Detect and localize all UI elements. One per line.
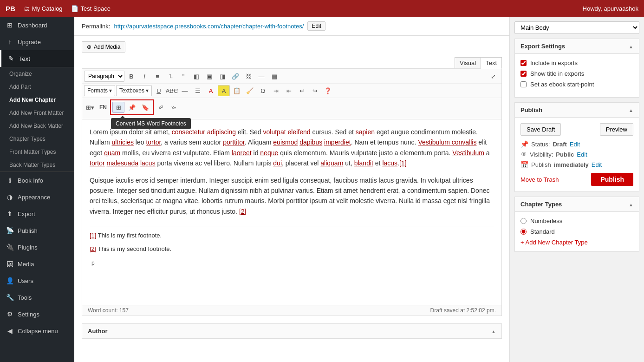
publish-button[interactable]: Publish [591, 173, 633, 186]
move-to-trash-link[interactable]: Move to Trash [520, 176, 559, 183]
fullscreen-button[interactable]: ⤢ [487, 71, 500, 82]
paste-button[interactable]: 📋 [231, 85, 243, 96]
superscript-button[interactable]: x² [155, 102, 167, 113]
sidebar-item-publish[interactable]: 📡 Publish [0, 222, 74, 239]
chapter-types-header: Chapter Types [515, 197, 639, 212]
set-ebook-label: Set as ebook start-point [530, 81, 594, 88]
clear-format-button[interactable]: 🧹 [244, 85, 256, 96]
add-media-button[interactable]: ⊕ Add Media [82, 41, 125, 53]
sidebar-item-appearance[interactable]: ◑ Appearance [0, 189, 74, 205]
standard-radio[interactable] [520, 229, 527, 235]
link-button[interactable]: 🔗 [229, 71, 241, 82]
convert-msword-grid-button[interactable]: ⊞ [112, 102, 124, 113]
paragraph-select[interactable]: Paragraph [84, 71, 124, 82]
save-draft-button[interactable]: Save Draft [520, 123, 561, 136]
table-insert-button[interactable]: ⊞▾ [84, 102, 96, 113]
textboxes-dropdown[interactable]: Textboxes ▾ [116, 85, 152, 96]
export-icon: ⬆ [6, 210, 14, 217]
sidebar-item-dashboard[interactable]: ⊞ Dashboard [0, 17, 74, 33]
sidebar-subitem-add-new-front-matter[interactable]: Add New Front Matter [0, 106, 74, 119]
sidebar-item-export[interactable]: ⬆ Export [0, 205, 74, 222]
permalink-url[interactable]: http://apurvatestspace.pressbooks.com/ch… [114, 23, 304, 30]
author-section-header[interactable]: Author [82, 324, 501, 339]
sidebar-item-tools[interactable]: 🔧 Tools [0, 289, 74, 306]
highlight-button[interactable]: A [218, 85, 230, 96]
table-button[interactable]: ▦ [268, 71, 280, 82]
standard-label: Standard [530, 228, 555, 235]
show-title-checkbox[interactable] [520, 71, 527, 77]
strikethrough-button[interactable]: ABC [166, 85, 178, 96]
dash-button[interactable]: — [179, 85, 191, 96]
font-color-button[interactable]: A [205, 85, 217, 96]
add-chapter-type-link[interactable]: + Add New Chapter Type [520, 239, 588, 246]
sidebar-subitem-add-new-chapter[interactable]: Add New Chapter [0, 93, 74, 106]
footnote-1-ref[interactable]: [1] [90, 232, 96, 239]
bold-button[interactable]: B [125, 71, 137, 82]
justify-button[interactable]: ☰ [192, 85, 204, 96]
status-edit-link[interactable]: Edit [570, 141, 580, 148]
footnote-2-ref[interactable]: [2] [90, 245, 96, 252]
preview-button[interactable]: Preview [600, 123, 633, 136]
italic-button[interactable]: I [138, 71, 150, 82]
editor-area: ⊕ Add Media Visual Text Paragraph B [74, 36, 509, 345]
sidebar-subitem-add-part[interactable]: Add Part [0, 80, 74, 93]
topbar-logo[interactable]: PB [6, 5, 15, 13]
author-section-label: Author [88, 328, 108, 335]
formats-chevron-icon: ▾ [109, 87, 112, 94]
permalink-edit-button[interactable]: Edit [307, 21, 325, 31]
topbar-catalog[interactable]: 🗂 My Catalog [24, 5, 63, 12]
numbered-list-button[interactable]: ⒈ [164, 71, 176, 82]
help-button[interactable]: ❓ [322, 85, 334, 96]
sidebar-subitem-chapter-types[interactable]: Chapter Types [0, 132, 74, 145]
sidebar-item-plugins[interactable]: 🔌 Plugins [0, 239, 74, 256]
fn-button[interactable]: FN [97, 102, 109, 113]
publish-time-edit-link[interactable]: Edit [592, 161, 602, 168]
sidebar-subitem-organize[interactable]: Organize [0, 67, 74, 80]
align-right-button[interactable]: ◨ [216, 71, 228, 82]
tab-text[interactable]: Text [481, 57, 502, 69]
tab-visual[interactable]: Visual [455, 57, 481, 68]
sidebar-item-users[interactable]: 👤 Users [0, 272, 74, 289]
sidebar-subitem-add-new-back-matter[interactable]: Add New Back Matter [0, 119, 74, 132]
visibility-edit-link[interactable]: Edit [577, 151, 587, 158]
standard-row: Standard [520, 228, 633, 235]
unlink-button[interactable]: ⛓ [242, 71, 254, 82]
visibility-label: Visibility: [530, 151, 553, 158]
blockquote-button[interactable]: " [177, 71, 189, 82]
sidebar-item-text[interactable]: ✎ Text [0, 50, 74, 67]
toolbar-row-3: ⊞▾ FN ⊞ 📌 🔖 Convert MS Word Footnotes x²… [82, 98, 501, 119]
visibility-value: Public [556, 151, 574, 158]
formats-dropdown[interactable]: Formats ▾ [84, 85, 115, 96]
indent-button[interactable]: ⇥ [270, 85, 282, 96]
include-in-exports-checkbox[interactable] [520, 60, 527, 66]
convert-msword-pin-button[interactable]: 📌 [126, 102, 138, 113]
subscript-button[interactable]: x₂ [168, 102, 180, 113]
numberless-radio[interactable] [520, 218, 527, 224]
underline-button[interactable]: U [153, 85, 165, 96]
outdent-button[interactable]: ⇤ [283, 85, 295, 96]
sidebar-item-media[interactable]: 🖼 Media [0, 256, 74, 272]
publish-toggle[interactable] [629, 106, 633, 113]
undo-button[interactable]: ↩ [296, 85, 308, 96]
export-settings-toggle[interactable] [629, 43, 633, 50]
sidebar-item-collapse[interactable]: ◀ Collapse menu [0, 323, 74, 339]
author-toggle-icon[interactable] [491, 328, 496, 335]
align-left-button[interactable]: ◧ [190, 71, 202, 82]
sidebar-item-book-info[interactable]: ℹ Book Info [0, 172, 74, 189]
redo-button[interactable]: ↪ [309, 85, 321, 96]
content-text[interactable]: Lorem ipsum dolor sit amet, consectetur … [82, 119, 502, 305]
sidebar-item-settings[interactable]: ⚙ Settings [0, 306, 74, 323]
sidebar-item-upgrade[interactable]: ↑ Upgrade [0, 33, 74, 50]
special-char-button[interactable]: Ω [257, 85, 269, 96]
align-center-button[interactable]: ▣ [203, 71, 215, 82]
sidebar-subitem-back-matter-types[interactable]: Back Matter Types [0, 158, 74, 171]
set-ebook-checkbox[interactable] [520, 81, 527, 87]
convert-msword-bookmark-button[interactable]: 🔖 [139, 102, 151, 113]
topbar-testspace[interactable]: 📄 Test Space [71, 5, 111, 12]
hr-button[interactable]: — [255, 71, 267, 82]
sidebar-subitem-front-matter-types[interactable]: Front Matter Types [0, 145, 74, 158]
body-select[interactable]: Main Body [514, 21, 639, 34]
bullet-list-button[interactable]: ≡ [151, 71, 163, 82]
export-settings-title: Export Settings [520, 43, 565, 50]
chapter-types-toggle[interactable] [629, 201, 633, 208]
